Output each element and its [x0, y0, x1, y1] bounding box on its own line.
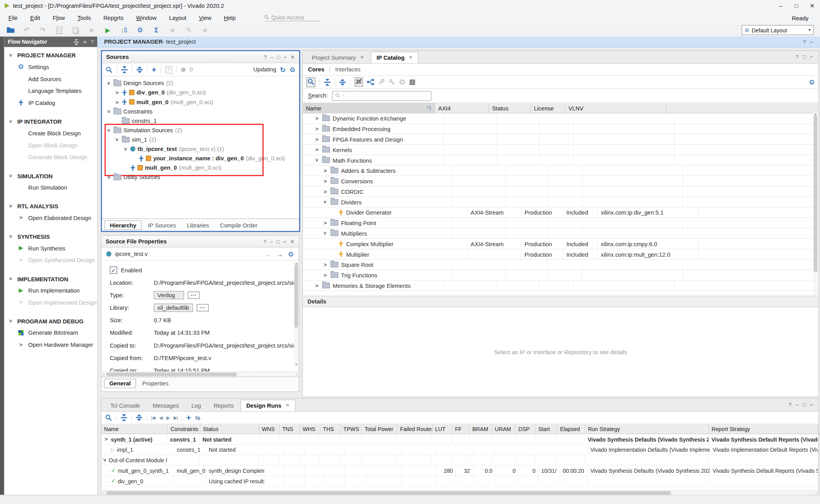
expander-icon[interactable]: >	[314, 158, 320, 163]
expander-icon[interactable]: >	[314, 115, 319, 121]
copy-icon[interactable]	[71, 26, 79, 34]
filter-icon[interactable]	[355, 77, 363, 87]
ip-table-row[interactable]: >Embedded Processing	[303, 124, 818, 134]
expander-icon[interactable]: >	[18, 342, 23, 348]
expander-icon[interactable]: >	[106, 80, 112, 85]
tab-messages[interactable]: Messages	[147, 400, 185, 411]
expander-icon[interactable]: >	[314, 147, 319, 153]
expander-icon[interactable]: >	[8, 119, 14, 124]
help-icon[interactable]: ?	[264, 54, 267, 60]
ip-table-row[interactable]: >Memories & Storage Elements	[303, 280, 818, 291]
menu-file[interactable]: File	[2, 13, 24, 22]
menu-reports[interactable]: Reports	[97, 13, 130, 22]
vertical-scrollbar[interactable]: ▲▼	[294, 262, 299, 366]
file-icon[interactable]	[55, 26, 63, 34]
sidebar-section-header[interactable]: >RTL ANALYSIS	[4, 201, 97, 211]
source-tree-row[interactable]: >Utility Sources	[102, 172, 299, 182]
expander-icon[interactable]: >	[114, 99, 119, 105]
collapse-all-icon[interactable]	[121, 66, 128, 73]
expander-icon[interactable]: >	[323, 188, 328, 194]
settings-gear-icon[interactable]: ⚙	[288, 250, 294, 258]
layout-selector[interactable]: ⊞ Default Layout ▾	[742, 25, 814, 35]
menu-tools[interactable]: Tools	[71, 13, 97, 22]
expand-all-icon[interactable]	[136, 414, 142, 421]
field-value-input[interactable]: Verilog	[154, 291, 184, 299]
vertical-scrollbar[interactable]: ▲▼	[813, 112, 818, 302]
expand-all-icon[interactable]	[137, 66, 143, 73]
source-tree-row[interactable]: >Design Sources(2)	[102, 78, 299, 88]
tab-tcl-console[interactable]: Tcl Console	[105, 400, 146, 411]
sidebar-item-create-block-design[interactable]: Create Block Design	[4, 127, 97, 139]
expander-icon[interactable]: >	[323, 231, 328, 236]
close-icon[interactable]: ✕	[409, 55, 413, 60]
source-tree-row[interactable]: >mult_gen_0(mult_gen_0.xci)	[102, 97, 299, 106]
sidebar-section-header[interactable]: >PROGRAM AND DEBUG	[4, 316, 97, 327]
open-project-icon[interactable]	[6, 26, 14, 34]
collapse-all-icon[interactable]	[121, 414, 127, 421]
expander-icon[interactable]: >	[323, 220, 328, 226]
search-icon[interactable]	[105, 414, 112, 421]
search-icon[interactable]	[106, 66, 112, 73]
sidebar-item-open-elaborated-design[interactable]: >Open Elaborated Design	[4, 211, 97, 224]
sidebar-item-settings[interactable]: ⚙Settings	[4, 60, 97, 73]
help-icon[interactable]: ?	[796, 54, 799, 60]
column-header-vlnv[interactable]: VLNV	[565, 103, 666, 113]
maximize-icon[interactable]: □	[803, 54, 806, 60]
create-run-icon[interactable]: +	[186, 413, 191, 422]
tab-hierarchy[interactable]: Hierarchy	[105, 220, 142, 230]
ip-table-row[interactable]: >Multipliers	[303, 228, 818, 239]
expander-icon[interactable]: >	[314, 283, 319, 289]
discard-icon[interactable]: ×	[201, 26, 209, 34]
subtab-cores[interactable]: Cores	[308, 66, 324, 73]
column-header-name[interactable]: Name	[102, 424, 168, 433]
horizontal-scrollbar[interactable]: ‹ ›	[102, 371, 299, 376]
column-header-total-power[interactable]: Total Power	[362, 424, 398, 433]
column-header-start[interactable]: Start	[536, 424, 558, 433]
close-icon[interactable]: ✕	[285, 403, 289, 408]
settings-gear-icon[interactable]: ⚙	[809, 78, 815, 86]
source-tree-row[interactable]: >Constraints	[102, 106, 299, 116]
tab-ip-catalog[interactable]: IP Catalog✕	[371, 52, 418, 63]
column-header-whs[interactable]: WHS	[300, 424, 320, 433]
column-header-constraints[interactable]: Constraints	[168, 424, 200, 433]
column-header-status[interactable]: Status	[489, 103, 531, 113]
sidebar-section-header[interactable]: >SYNTHESIS	[4, 231, 97, 242]
expander-icon[interactable]: >	[323, 272, 328, 278]
expander-icon[interactable]: >	[8, 204, 14, 209]
expander-icon[interactable]: >	[123, 146, 128, 151]
enabled-checkbox[interactable]: ✓	[110, 266, 117, 274]
help-icon[interactable]: ?	[803, 39, 806, 45]
column-header-tns[interactable]: TNS	[280, 424, 300, 433]
sidebar-section-header[interactable]: >IP INTEGRATOR	[4, 116, 97, 127]
tab-general[interactable]: General	[104, 379, 136, 388]
expander-icon[interactable]: >	[8, 173, 14, 178]
column-header-elapsed[interactable]: Elapsed	[557, 424, 585, 433]
run-prev-icon[interactable]: ◀	[159, 415, 162, 420]
quick-access-input[interactable]: Quick Access	[264, 14, 321, 21]
expander-icon[interactable]: >	[323, 262, 328, 268]
sidebar-item-language-templates[interactable]: Language Templates	[4, 85, 97, 97]
refresh-icon[interactable]: ↻	[280, 66, 286, 73]
collapse-all-icon[interactable]	[74, 39, 79, 45]
tab-libraries[interactable]: Libraries	[182, 221, 214, 229]
column-header-failed-routes[interactable]: Failed Routes	[398, 424, 433, 433]
expander-icon[interactable]: >	[8, 234, 14, 239]
back-arrow-icon[interactable]: ←	[265, 250, 271, 258]
forward-arrow-icon[interactable]: →	[276, 250, 283, 258]
sidebar-item-run-implementation[interactable]: ▶Run Implementation	[4, 284, 97, 296]
expander-icon[interactable]: >	[314, 137, 319, 142]
design-run-row[interactable]: >synth_1 (active)constrs_1Not startedViv…	[102, 434, 818, 445]
expander-icon[interactable]: >	[18, 257, 23, 263]
menu-view[interactable]: View	[193, 13, 217, 22]
close-icon[interactable]: ✕	[360, 55, 364, 60]
expander-icon[interactable]: >	[102, 458, 108, 461]
menu-layout[interactable]: Layout	[163, 13, 193, 22]
percent-icon[interactable]: %	[195, 415, 200, 421]
sidebar-item-run-simulation[interactable]: Run Simulation	[4, 181, 97, 193]
sidebar-section-header[interactable]: >PROJECT MANAGER	[4, 50, 97, 60]
tab-properties[interactable]: Properties	[137, 379, 173, 387]
column-header-wns[interactable]: WNS	[259, 424, 280, 433]
column-header-license[interactable]: License	[531, 103, 565, 113]
expander-icon[interactable]: >	[8, 318, 14, 323]
maximize-icon[interactable]: □	[803, 402, 806, 408]
